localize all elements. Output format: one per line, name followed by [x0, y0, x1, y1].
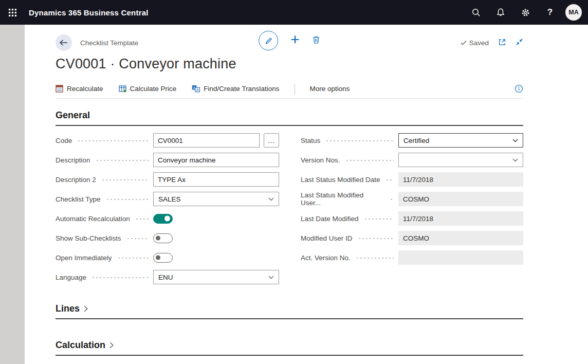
field-control: 11/7/2018 — [398, 211, 523, 226]
field-control: ENU — [153, 270, 279, 284]
field-label: Last Status Modified Date — [301, 176, 380, 184]
field-control: 11/7/2018 — [398, 172, 523, 187]
field-last-date-modified: Last Date Modified11/7/2018 — [301, 209, 523, 228]
section-general-title: General — [56, 110, 90, 121]
field-modified-user-id: Modified User IDCOSMO — [301, 228, 523, 248]
dotted-leader — [117, 257, 149, 259]
add-plus-icon[interactable]: + — [290, 32, 300, 49]
back-button[interactable] — [56, 34, 72, 51]
dotted-leader — [77, 140, 149, 142]
description-2-input[interactable] — [153, 172, 279, 187]
edit-pencil-icon[interactable] — [259, 31, 278, 50]
field-label: Open Immediately — [56, 254, 112, 262]
field-show-sub-checklists: Show Sub-Checklists — [56, 228, 279, 248]
description-input[interactable] — [153, 153, 279, 167]
page-caption: Checklist Template — [80, 39, 138, 47]
checklist-type-dropdown[interactable]: SALES — [153, 192, 279, 206]
avatar[interactable]: MA — [565, 4, 582, 21]
field-control: COSMO — [398, 231, 523, 245]
section-calculation[interactable]: Calculation — [56, 340, 523, 356]
field-last-status-modified-date: Last Status Modified Date11/7/2018 — [301, 170, 523, 189]
collapse-icon[interactable] — [516, 38, 523, 47]
action-label: Recalculate — [67, 85, 103, 93]
help-icon[interactable]: ? — [538, 0, 562, 25]
action-calculate-price[interactable]: Calculate Price — [119, 85, 177, 93]
automatic-recalculation-toggle[interactable] — [153, 214, 173, 224]
more-options-button[interactable]: More options — [309, 85, 350, 93]
field-automatic-recalculation: Automatic Recalculation — [56, 209, 279, 228]
field-last-status-modified-user: Last Status Modified User...COSMO — [301, 189, 523, 209]
field-label: Status — [301, 137, 320, 144]
field-description-2: Description 2 — [56, 170, 279, 189]
info-icon[interactable] — [514, 84, 523, 93]
save-status: Saved — [461, 39, 489, 47]
topbar: Dynamics 365 Business Central ? MA — [0, 0, 588, 25]
section-general[interactable]: General — [56, 110, 523, 126]
action-items: RecalculateCalculate PriceaAFind/Create … — [56, 85, 295, 93]
field-label: Act. Version No. — [301, 254, 351, 262]
field-label: Version Nos. — [301, 156, 340, 164]
dotted-leader — [91, 277, 149, 279]
dotted-leader — [135, 218, 149, 220]
readonly-value: COSMO — [403, 234, 429, 242]
selected-value: ENU — [158, 274, 268, 281]
waffle-icon[interactable] — [0, 0, 25, 25]
code-input[interactable] — [153, 133, 260, 148]
dotted-leader — [358, 238, 394, 240]
field-label: Modified User ID — [301, 234, 353, 242]
status-dropdown[interactable]: Certified — [398, 133, 523, 148]
action-label: Calculate Price — [130, 85, 177, 93]
notifications-icon[interactable] — [488, 0, 513, 25]
version-nos-dropdown[interactable] — [398, 153, 523, 167]
dotted-leader — [356, 257, 394, 259]
field-control — [398, 153, 523, 167]
language-dropdown[interactable]: ENU — [153, 270, 279, 284]
header-right: Saved — [461, 38, 523, 48]
delete-trash-icon[interactable] — [312, 35, 320, 46]
field-control: COSMO — [398, 192, 523, 206]
settings-icon[interactable] — [513, 0, 538, 25]
field-label-area: Open Immediately — [56, 254, 153, 262]
dotted-leader — [106, 198, 149, 201]
section-lines[interactable]: Lines — [56, 303, 523, 319]
popout-icon[interactable] — [498, 38, 506, 48]
action-find-create-translations[interactable]: aAFind/Create Translations — [192, 85, 279, 93]
action-label: Find/Create Translations — [204, 85, 279, 93]
field-label: Show Sub-Checklists — [56, 234, 121, 242]
field-label-area: Language — [56, 274, 153, 281]
field-label-area: Version Nos. — [301, 156, 398, 164]
general-form: Code…DescriptionDescription 2Checklist T… — [56, 131, 523, 287]
assist-edit-button[interactable]: … — [264, 133, 279, 148]
action-recalculate[interactable]: Recalculate — [56, 85, 103, 93]
readonly-value: COSMO — [403, 195, 429, 203]
chevron-down-icon — [268, 197, 274, 201]
search-icon[interactable] — [464, 0, 488, 25]
dotted-leader — [325, 140, 394, 142]
dotted-leader — [96, 159, 149, 161]
field-label-area: Last Date Modified — [301, 215, 398, 223]
dotted-leader — [101, 179, 149, 181]
field-label-area: Last Status Modified Date — [301, 176, 398, 184]
toggle-knob — [156, 236, 160, 241]
chevron-right-icon — [109, 342, 114, 349]
open-immediately-toggle[interactable] — [153, 253, 173, 263]
chevron-down-icon — [512, 139, 518, 142]
page-panel: Checklist Template + Saved CV0001 · Conv… — [25, 25, 588, 364]
field-act-version-no: Act. Version No. — [301, 248, 523, 267]
selected-value: Certified — [403, 137, 512, 144]
field-label-area: Last Status Modified User... — [301, 191, 398, 207]
field-description: Description — [56, 150, 279, 170]
field-label-area: Code — [56, 137, 153, 144]
field-label: Last Status Modified User... — [301, 191, 384, 207]
chevron-down-icon — [512, 158, 518, 162]
field-label: Checklist Type — [56, 195, 101, 203]
field-control: Certified — [398, 133, 523, 148]
calculate-price-icon — [119, 85, 126, 93]
field-control — [153, 214, 279, 224]
last-date-modified-value: 11/7/2018 — [398, 211, 523, 226]
field-control — [153, 153, 279, 167]
show-sub-checklists-toggle[interactable] — [153, 233, 173, 243]
dotted-leader — [385, 179, 394, 181]
field-label-area: Act. Version No. — [301, 254, 398, 262]
last-status-modified-date-value: 11/7/2018 — [398, 172, 523, 187]
